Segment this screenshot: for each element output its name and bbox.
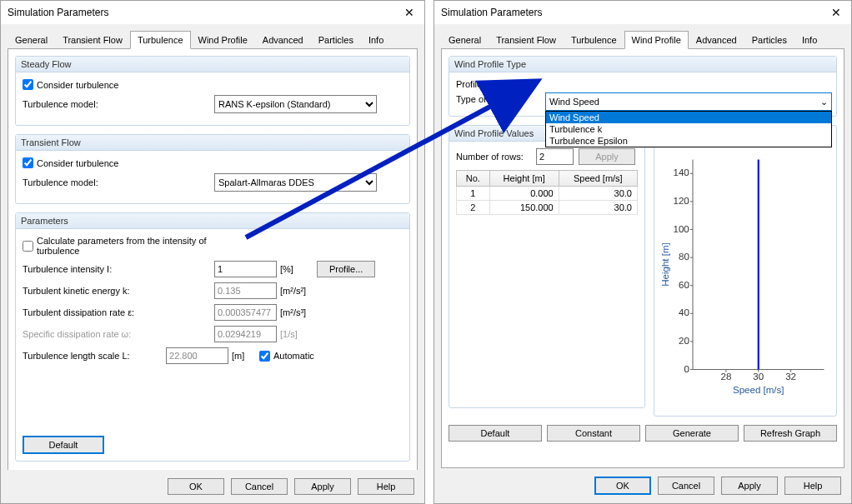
svg-text:20: 20 (679, 336, 689, 346)
tab-particles[interactable]: Particles (311, 31, 361, 49)
tab-wind-profile[interactable]: Wind Profile (191, 31, 255, 49)
window-title: Simulation Parameters (8, 7, 108, 18)
default-button[interactable]: Default (449, 425, 542, 442)
dialog-footer: OK Cancel Apply Help (434, 468, 851, 503)
svg-text:40: 40 (679, 307, 689, 317)
tab-advanced[interactable]: Advanced (255, 31, 311, 49)
values-and-chart-row: Wind Profile Values Number of rows: Appl… (449, 125, 837, 417)
close-icon[interactable]: ✕ (401, 4, 418, 21)
length-scale-input (166, 347, 228, 364)
titlebar: Simulation Parameters ✕ (1, 1, 424, 24)
profile-buttons: Default Constant Generate Refresh Graph (449, 425, 837, 442)
svg-text:0: 0 (684, 364, 689, 374)
apply-button[interactable]: Apply (294, 478, 351, 495)
option-wind-speed[interactable]: Wind Speed (546, 112, 831, 123)
profile-button[interactable]: Profile... (317, 261, 375, 277)
option-turbulence-epsilon[interactable]: Turbulence Epsilon (546, 135, 831, 147)
length-scale-label: Turbulence length scale L: (23, 351, 166, 361)
intensity-unit: [%] (277, 264, 317, 274)
refresh-graph-button[interactable]: Refresh Graph (744, 425, 837, 442)
cancel-button[interactable]: Cancel (231, 478, 288, 495)
svg-text:100: 100 (674, 224, 689, 234)
help-button[interactable]: Help (358, 478, 414, 495)
k-input (214, 282, 277, 299)
x-axis-label: Speed [m/s] (733, 385, 784, 395)
svg-text:140: 140 (674, 167, 689, 177)
transient-model-select[interactable]: Spalart-Allmaras DDES (214, 173, 377, 192)
fieldset-parameters: Parameters Calculate parameters from the… (15, 212, 410, 462)
number-of-rows-label: Number of rows: (456, 152, 531, 162)
intensity-label: Turbulence intensity I: (23, 264, 214, 274)
tab-bar: General Transient Flow Turbulence Wind P… (1, 24, 424, 49)
fieldset-transient-flow: Transient Flow Consider turbulence Turbu… (15, 134, 410, 204)
svg-text:32: 32 (785, 372, 796, 382)
fieldset-steady-flow: Steady Flow Consider turbulence Turbulen… (15, 56, 410, 126)
tab-info[interactable]: Info (794, 31, 824, 49)
table-row[interactable]: 1 0.000 30.0 (457, 187, 638, 201)
profile-type-select[interactable]: Wind Speed ⌄ (545, 92, 832, 111)
chevron-down-icon: ⌄ (820, 97, 828, 107)
ok-button[interactable]: OK (168, 478, 224, 495)
tab-advanced[interactable]: Advanced (689, 31, 744, 49)
automatic-checkbox[interactable]: Automatic (259, 351, 403, 362)
col-no: No. (457, 171, 490, 187)
eps-input (214, 304, 277, 321)
intensity-input[interactable] (214, 261, 277, 277)
svg-text:28: 28 (720, 372, 731, 382)
turbulence-model-transient-label: Turbulence model: (23, 177, 214, 187)
svg-text:120: 120 (674, 196, 689, 206)
k-unit: [m²/s²] (277, 286, 317, 296)
window-title: Simulation Parameters (441, 7, 542, 18)
consider-turbulence-transient-checkbox[interactable]: Consider turbulence (23, 157, 214, 168)
dialog-simulation-parameters-turbulence: Simulation Parameters ✕ General Transien… (0, 0, 425, 504)
profile-type-select-open[interactable]: Wind Speed ⌄ Wind Speed Turbulence k Tur… (545, 92, 832, 147)
ok-button[interactable]: OK (594, 477, 651, 495)
omega-unit: [1/s] (277, 329, 317, 339)
tab-info[interactable]: Info (361, 31, 391, 49)
table-row[interactable]: 2 150.000 30.0 (457, 201, 638, 215)
col-height: Height [m] (489, 171, 559, 187)
default-button[interactable]: Default (23, 436, 104, 454)
legend-profile-type: Wind Profile Type (449, 57, 836, 72)
tab-turbulence[interactable]: Turbulence (564, 31, 624, 49)
dialog-footer: OK Cancel Apply Help (1, 470, 424, 503)
apply-button[interactable]: Apply (721, 477, 778, 495)
option-turbulence-k[interactable]: Turbulence k (546, 123, 831, 135)
checkbox-icon[interactable] (259, 351, 270, 362)
titlebar: Simulation Parameters ✕ (434, 1, 851, 24)
tab-general[interactable]: General (8, 31, 55, 49)
number-of-rows-input[interactable] (536, 148, 574, 165)
tab-particles[interactable]: Particles (744, 31, 794, 49)
legend-steady: Steady Flow (16, 57, 409, 72)
checkbox-icon[interactable] (23, 157, 33, 168)
generate-button[interactable]: Generate (645, 425, 739, 442)
svg-text:80: 80 (679, 252, 689, 262)
wind-speed-chart: 0 20 40 60 80 100 120 140 28 30 (658, 148, 833, 398)
svg-text:30: 30 (753, 372, 764, 382)
tab-general[interactable]: General (441, 31, 489, 49)
help-button[interactable]: Help (784, 477, 841, 495)
steady-model-select[interactable]: RANS K-epsilon (Standard) (214, 95, 377, 113)
k-label: Turbulent kinetic energy k: (23, 286, 214, 296)
tab-wind-profile[interactable]: Wind Profile (624, 31, 689, 49)
fieldset-wind-profile-values: Wind Profile Values Number of rows: Appl… (449, 125, 645, 408)
type-of-values-label: Type of values: (456, 94, 531, 104)
tab-transient-flow[interactable]: Transient Flow (55, 31, 130, 49)
apply-rows-button: Apply (579, 148, 635, 165)
eps-unit: [m²/s³] (277, 307, 317, 317)
tab-turbulence[interactable]: Turbulence (130, 31, 191, 49)
chart-container: Wind Speed 0 20 40 60 80 100 (654, 125, 837, 417)
tab-transient-flow[interactable]: Transient Flow (489, 31, 564, 49)
tab-bar: General Transient Flow Turbulence Wind P… (434, 24, 851, 49)
constant-button[interactable]: Constant (547, 425, 640, 442)
dialog-simulation-parameters-windprofile: Simulation Parameters ✕ General Transien… (434, 0, 852, 504)
checkbox-icon[interactable] (23, 241, 33, 252)
legend-transient: Transient Flow (16, 135, 409, 151)
consider-turbulence-checkbox[interactable]: Consider turbulence (23, 79, 214, 90)
cancel-button[interactable]: Cancel (658, 477, 714, 495)
legend-parameters: Parameters (16, 213, 409, 229)
checkbox-icon[interactable] (23, 79, 33, 90)
close-icon[interactable]: ✕ (828, 4, 844, 21)
calculate-from-intensity-checkbox[interactable]: Calculate parameters from the intensity … (23, 236, 214, 256)
profile-values-table[interactable]: No. Height [m] Speed [m/s] 1 0.000 30.0 (456, 170, 638, 215)
